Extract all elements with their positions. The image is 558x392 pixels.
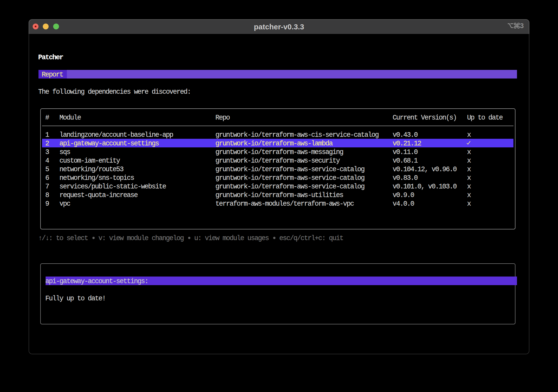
svg-text:3: 3 [520,23,524,29]
